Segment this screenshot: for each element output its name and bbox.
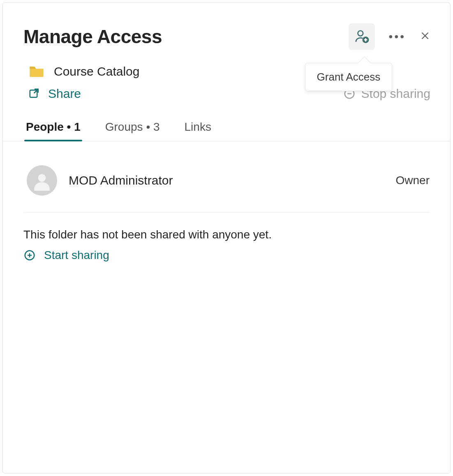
tab-people-label: People — [26, 120, 64, 133]
empty-state-message: This folder has not been shared with any… — [23, 228, 430, 241]
header-actions: Grant Access ••• — [349, 23, 430, 50]
grant-access-button[interactable]: Grant Access — [349, 23, 375, 50]
tab-links-label: Links — [185, 120, 211, 133]
person-left: MOD Administrator — [27, 165, 173, 196]
tab-groups-count: 3 — [153, 120, 160, 133]
tab-people[interactable]: People • 1 — [24, 115, 82, 141]
person-icon — [32, 170, 52, 191]
grant-access-tooltip: Grant Access — [305, 63, 393, 91]
title-row: Manage Access Grant Access ••• — [23, 23, 430, 50]
item-name: Course Catalog — [54, 65, 139, 79]
close-icon — [420, 30, 430, 43]
tab-groups-label: Groups — [105, 120, 143, 133]
svg-point-0 — [358, 31, 363, 36]
person-add-icon — [354, 29, 370, 44]
panel-header: Manage Access Grant Access ••• — [3, 3, 450, 101]
person-row: MOD Administrator Owner — [23, 161, 430, 213]
tab-people-count: 1 — [74, 120, 81, 133]
ellipsis-icon: ••• — [389, 31, 406, 42]
tab-links[interactable]: Links — [183, 115, 213, 141]
folder-icon — [28, 65, 45, 79]
person-role: Owner — [396, 174, 430, 187]
person-name: MOD Administrator — [69, 173, 173, 187]
more-options-button[interactable]: ••• — [389, 31, 406, 42]
plus-circle-icon — [23, 249, 36, 261]
panel-title: Manage Access — [23, 25, 162, 48]
close-button[interactable] — [420, 30, 430, 43]
tab-content: MOD Administrator Owner This folder has … — [3, 141, 450, 263]
share-label: Share — [48, 87, 81, 101]
tabs: People • 1 Groups • 3 Links — [3, 115, 450, 141]
share-icon — [28, 88, 41, 100]
manage-access-panel: Manage Access Grant Access ••• — [2, 2, 451, 474]
avatar — [27, 165, 57, 196]
share-button[interactable]: Share — [28, 87, 81, 101]
start-sharing-label: Start sharing — [44, 249, 109, 262]
tab-groups[interactable]: Groups • 3 — [104, 115, 162, 141]
svg-point-4 — [38, 174, 46, 182]
start-sharing-button[interactable]: Start sharing — [23, 249, 109, 262]
